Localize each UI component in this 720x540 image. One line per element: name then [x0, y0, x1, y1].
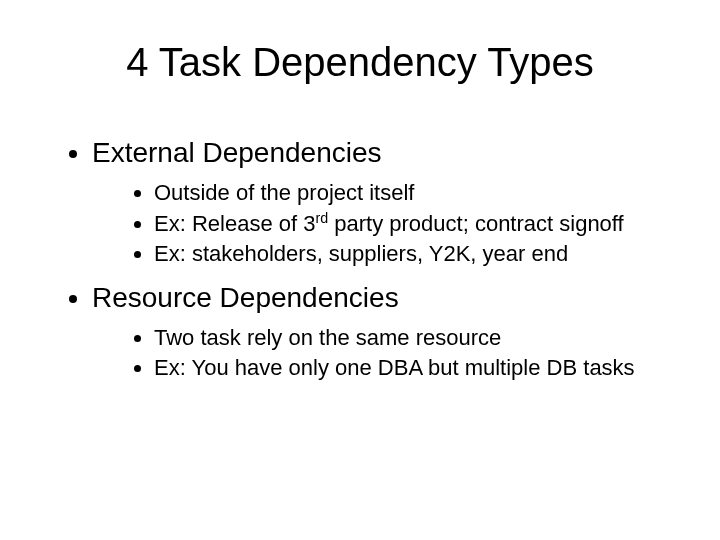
sub-list-resource: Two task rely on the same resource Ex: Y… [92, 324, 670, 382]
top-list: External Dependencies Outside of the pro… [50, 137, 670, 382]
section-resource: Resource Dependencies Two task rely on t… [92, 282, 670, 382]
list-item: Ex: stakeholders, suppliers, Y2K, year e… [154, 240, 670, 268]
list-item: Ex: You have only one DBA but multiple D… [154, 354, 670, 382]
slide-title: 4 Task Dependency Types [50, 40, 670, 85]
sub-list-external: Outside of the project itself Ex: Releas… [92, 179, 670, 268]
section-heading: Resource Dependencies [92, 282, 399, 313]
list-item: Ex: Release of 3rd party product; contra… [154, 210, 670, 238]
section-external: External Dependencies Outside of the pro… [92, 137, 670, 268]
list-item: Two task rely on the same resource [154, 324, 670, 352]
section-heading: External Dependencies [92, 137, 382, 168]
list-item: Outside of the project itself [154, 179, 670, 207]
